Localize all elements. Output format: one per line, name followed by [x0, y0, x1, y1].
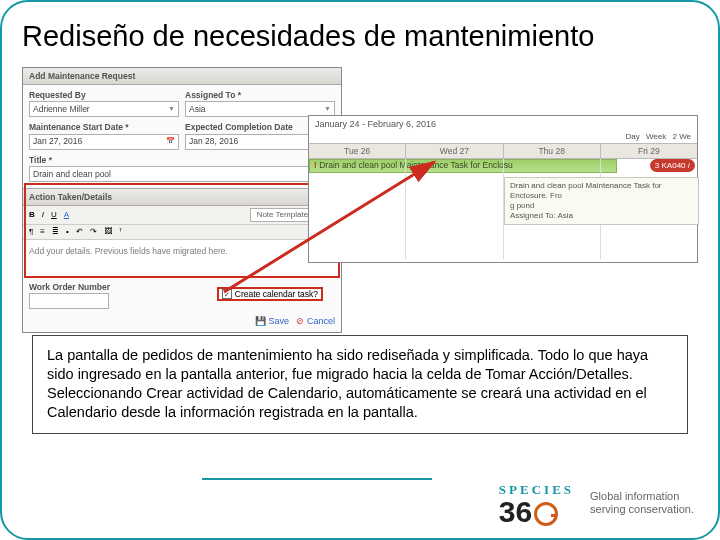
- logo-digit-3: 3: [499, 500, 516, 524]
- start-date-value: Jan 27, 2016: [33, 136, 82, 146]
- col-tue: Tue 26: [309, 144, 405, 158]
- screenshots-area: Add Maintenance Request Requested By Adr…: [22, 67, 698, 327]
- col-thu: Thu 28: [503, 144, 600, 158]
- completion-date-value: Jan 28, 2016: [189, 136, 238, 146]
- calendar-tooltip: Drain and clean pool Maintenance Task fo…: [504, 177, 699, 225]
- chevron-down-icon: ▼: [168, 105, 175, 113]
- calendar-view: January 24 - February 6, 2016 Day Week 2…: [308, 115, 698, 263]
- footer-divider: [202, 478, 432, 480]
- calendar-badge[interactable]: 3 KA040 /: [650, 159, 695, 172]
- col-wed: Wed 27: [405, 144, 502, 158]
- page-title: Rediseño de necesidades de mantenimiento: [22, 20, 698, 53]
- cancel-icon: ⊘: [296, 316, 304, 326]
- start-date-input[interactable]: Jan 27, 2016 📅: [29, 134, 179, 150]
- tool-icon[interactable]: ↶: [74, 227, 85, 237]
- tab-day[interactable]: Day: [625, 132, 639, 141]
- create-calendar-label: Create calendar task?: [235, 289, 318, 299]
- col-fri: Fri 29: [600, 144, 697, 158]
- tool-icon[interactable]: ¶: [27, 227, 35, 237]
- underline-button[interactable]: U: [49, 210, 59, 220]
- details-editor[interactable]: Add your details. Previous fields have m…: [23, 240, 341, 276]
- tool-icon[interactable]: ≣: [50, 227, 61, 237]
- work-order-input[interactable]: [29, 293, 109, 309]
- work-order-label: Work Order Number: [29, 282, 110, 292]
- tooltip-line1: Drain and clean pool Maintenance Task fo…: [510, 181, 693, 201]
- calendar-columns-header: Tue 26 Wed 27 Thu 28 Fri 29: [309, 143, 697, 159]
- calendar-icon: 📅: [166, 137, 175, 145]
- title-value: Drain and clean pool: [33, 169, 111, 179]
- logo-digit-6: 6: [516, 500, 533, 524]
- calendar-body: ! Drain and clean pool Maintenance Task …: [309, 159, 697, 259]
- editor-toolbar: B I U A Note Templates ▼: [23, 206, 341, 225]
- font-color-button[interactable]: A: [62, 210, 71, 220]
- tool-icon[interactable]: ≡: [38, 227, 47, 237]
- editor-toolbar-2: ¶ ≡ ≣ • ↶ ↷ 🖼 ᵀ: [23, 225, 341, 240]
- assigned-to-value: Asia: [189, 104, 206, 114]
- tool-icon[interactable]: ᵀ: [117, 227, 124, 237]
- cancel-button[interactable]: Cancel: [307, 316, 335, 326]
- requested-by-input[interactable]: Adrienne Miller ▼: [29, 101, 179, 117]
- logo-360: 3 6: [499, 498, 574, 524]
- italic-button[interactable]: I: [40, 210, 46, 220]
- tagline-2: serving conservation.: [590, 503, 694, 516]
- maintenance-form: Add Maintenance Request Requested By Adr…: [22, 67, 342, 333]
- start-date-label: Maintenance Start Date *: [29, 122, 179, 132]
- tagline-1: Global information: [590, 490, 694, 503]
- create-calendar-task-option[interactable]: ✓ Create calendar task?: [217, 287, 323, 301]
- calendar-range: January 24 - February 6, 2016: [309, 116, 697, 132]
- tab-two-week[interactable]: 2 We: [672, 132, 691, 141]
- requested-by-value: Adrienne Miller: [33, 104, 90, 114]
- tooltip-line3: Assigned To: Asia: [510, 211, 693, 221]
- checkbox-icon[interactable]: ✓: [222, 289, 232, 299]
- chevron-down-icon: ▼: [324, 105, 331, 113]
- bold-button[interactable]: B: [27, 210, 37, 220]
- title-label: Title *: [29, 155, 335, 165]
- tool-icon[interactable]: 🖼: [102, 227, 114, 237]
- tool-icon[interactable]: ↷: [88, 227, 99, 237]
- logo-zero-icon: [534, 502, 558, 526]
- save-icon: 💾: [255, 316, 266, 326]
- tooltip-line2: g pond: [510, 201, 693, 211]
- note-templates-label: Note Templates: [255, 210, 314, 220]
- assigned-to-label: Assigned To *: [185, 90, 335, 100]
- action-details-header: Action Taken/Details: [23, 188, 341, 206]
- form-footer: 💾 Save ⊘ Cancel: [23, 313, 341, 332]
- footer-logo: SPECIES 3 6 Global information serving c…: [499, 482, 694, 524]
- logo-tagline: Global information serving conservation.: [590, 490, 694, 516]
- requested-by-label: Requested By: [29, 90, 179, 100]
- calendar-tabs: Day Week 2 We: [309, 132, 697, 143]
- title-input[interactable]: Drain and clean pool: [29, 166, 335, 182]
- tool-icon[interactable]: •: [64, 227, 71, 237]
- form-header: Add Maintenance Request: [23, 68, 341, 85]
- caption-box: La pantalla de pedidos de mantenimiento …: [32, 335, 688, 434]
- tab-week[interactable]: Week: [646, 132, 666, 141]
- save-button[interactable]: Save: [268, 316, 289, 326]
- slide-frame: Rediseño de necesidades de mantenimiento…: [0, 0, 720, 540]
